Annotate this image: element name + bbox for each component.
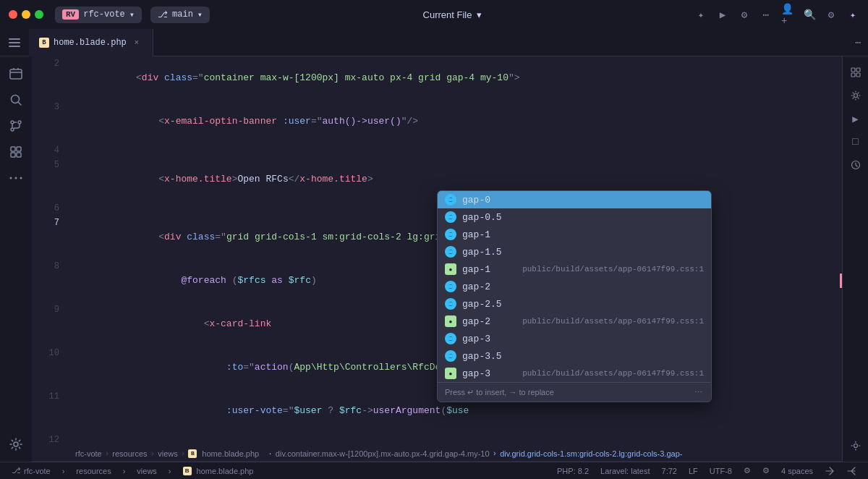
autocomplete-item-label: gap-1: [462, 264, 516, 275]
status-indent[interactable]: 4 spaces: [775, 462, 819, 480]
svg-rect-9: [17, 147, 21, 151]
tab-more-button[interactable]: ⋯: [848, 37, 868, 48]
sidebar-item-explorer[interactable]: [4, 62, 27, 85]
svg-rect-19: [856, 73, 860, 77]
statusbar-right: PHP: 8.2 Laravel: latest 7:72 LF UTF-8 ⚙…: [551, 462, 862, 480]
autocomplete-item-gap-3[interactable]: gap-3: [438, 330, 711, 347]
autocomplete-item-label: gap-3: [462, 334, 704, 344]
settings-icon[interactable]: ⚙: [738, 8, 751, 21]
status-icon-3[interactable]: [819, 462, 841, 480]
run-icon[interactable]: ▶: [716, 8, 729, 21]
right-panel-stop-icon[interactable]: □: [846, 132, 866, 152]
status-views[interactable]: views: [131, 462, 163, 480]
account-icon[interactable]: ✦: [846, 8, 859, 21]
sidebar-toggle-button[interactable]: [0, 29, 29, 56]
autocomplete-item-label: gap-1.5: [462, 247, 704, 258]
sidebar-item-git[interactable]: [4, 114, 27, 137]
autocomplete-item-gap-2-css[interactable]: ● gap-2 public/build/assets/app-06147f99…: [438, 313, 711, 330]
svg-rect-11: [17, 153, 21, 157]
autocomplete-item-label: gap-2.5: [462, 299, 704, 310]
autocomplete-hint: Press ↵ to insert, → to replace: [445, 388, 554, 397]
current-file-button[interactable]: Current File ▾: [423, 9, 482, 20]
status-icon-2[interactable]: ⚙: [757, 462, 775, 480]
status-sep-1: ›: [56, 462, 71, 480]
autocomplete-item-gap-1.5[interactable]: gap-1.5: [438, 243, 711, 260]
autocomplete-item-gap-3-css[interactable]: ● gap-3 public/build/assets/app-06147f99…: [438, 365, 711, 382]
status-filename[interactable]: B home.blade.php: [177, 462, 260, 480]
svg-rect-2: [9, 46, 20, 47]
css-icon: ●: [445, 315, 456, 327]
svg-point-7: [11, 128, 14, 131]
autocomplete-item-gap-2.5[interactable]: gap-2.5: [438, 295, 711, 313]
tailwind-icon: [445, 229, 456, 240]
breadcrumb-filename[interactable]: home.blade.php: [202, 449, 259, 458]
autocomplete-settings-icon[interactable]: ⋯: [692, 386, 704, 398]
project-name: rfc-vote: [83, 9, 125, 20]
autocomplete-item-detail: public/build/assets/app-06147f99.css:1: [522, 317, 704, 326]
sidebar-item-settings[interactable]: [4, 433, 27, 456]
more-icon[interactable]: ⋯: [760, 8, 773, 21]
tailwind-icon: [445, 194, 456, 205]
status-cursor-pos[interactable]: 7:72: [656, 462, 683, 480]
autocomplete-item-gap-1[interactable]: gap-1: [438, 226, 711, 243]
breadcrumb-sep-2: ›: [150, 449, 156, 458]
right-panel-bottom-settings-icon[interactable]: [846, 436, 866, 456]
code-editor[interactable]: 2 <div class="container max-w-[1200px] m…: [32, 56, 842, 446]
branch-chevron-icon: ▾: [197, 9, 203, 20]
tab-home-blade[interactable]: B home.blade.php ×: [29, 29, 153, 56]
breadcrumb-sep-4: ·: [268, 449, 273, 458]
statusbar: ⎇ rfc-vote › resources › views › B home.…: [0, 462, 868, 479]
breadcrumb-file-icon: B: [188, 449, 197, 458]
fullscreen-button[interactable]: [35, 10, 43, 19]
status-icon-4[interactable]: [841, 462, 862, 480]
svg-point-6: [18, 121, 21, 124]
autocomplete-item-label: gap-2: [462, 316, 516, 327]
search-icon[interactable]: 🔍: [803, 8, 816, 21]
theme-icon[interactable]: ✦: [694, 8, 707, 21]
current-file-chevron-icon: ▾: [477, 9, 482, 20]
sidebar-item-search[interactable]: [4, 88, 27, 111]
current-file-label: Current File: [423, 9, 472, 20]
right-panel-history-icon[interactable]: [846, 155, 866, 175]
traffic-lights: [9, 10, 43, 19]
right-panel-grid-icon[interactable]: [846, 62, 866, 82]
branch-selector[interactable]: ⎇ main ▾: [150, 7, 210, 23]
breadcrumb-element-2[interactable]: div.grid.grid-cols-1.sm:grid-cols-2.lg:g…: [500, 449, 682, 458]
autocomplete-item-gap-1-css[interactable]: ● gap-1 public/build/assets/app-06147f99…: [438, 260, 711, 278]
svg-point-5: [11, 121, 14, 124]
autocomplete-item-gap-0.5[interactable]: gap-0.5: [438, 208, 711, 226]
editor-area: Paused... 2 <div class="container max-w-…: [32, 56, 842, 462]
tab-close-button[interactable]: ×: [131, 37, 142, 48]
minimize-button[interactable]: [22, 10, 30, 19]
close-button[interactable]: [9, 10, 17, 19]
svg-rect-16: [851, 68, 855, 72]
status-line-endings[interactable]: LF: [683, 462, 704, 480]
right-panel-settings-icon[interactable]: [846, 85, 866, 106]
status-encoding[interactable]: UTF-8: [704, 462, 738, 480]
scroll-accent: [840, 274, 842, 288]
breadcrumb-project[interactable]: rfc-vote: [75, 449, 102, 458]
status-icon-1[interactable]: ⚙: [738, 462, 757, 480]
sidebar-item-more[interactable]: [4, 166, 27, 190]
breadcrumb-views[interactable]: views: [158, 449, 178, 458]
svg-point-22: [854, 444, 857, 448]
tab-file-icon: B: [39, 38, 49, 48]
breadcrumb-resources[interactable]: resources: [112, 449, 147, 458]
autocomplete-item-gap-2[interactable]: gap-2: [438, 278, 711, 295]
status-sep-2: ›: [117, 462, 132, 480]
project-selector[interactable]: RV rfc-vote ▾: [55, 7, 142, 23]
sidebar-item-extensions[interactable]: [4, 140, 27, 164]
code-line-2: 2 <div class="container max-w-[1200px] m…: [32, 56, 842, 100]
autocomplete-item-gap-0[interactable]: gap-0: [438, 191, 711, 208]
add-collaborator-icon[interactable]: 👤+: [781, 8, 794, 21]
status-php[interactable]: PHP: 8.2: [551, 462, 595, 480]
preferences-icon[interactable]: ⚙: [825, 8, 838, 21]
branch-status-text: rfc-vote: [24, 467, 51, 475]
status-branch[interactable]: ⎇ rfc-vote: [6, 462, 56, 480]
autocomplete-item-gap-3.5[interactable]: gap-3.5: [438, 347, 711, 365]
autocomplete-footer: Press ↵ to insert, → to replace ⋯: [438, 382, 711, 402]
breadcrumb-element-1[interactable]: div.container.max-w-[1200px].mx-auto.px-…: [276, 449, 490, 458]
right-panel-run-icon[interactable]: ▶: [846, 109, 866, 129]
status-laravel[interactable]: Laravel: latest: [595, 462, 655, 480]
status-resources[interactable]: resources: [70, 462, 116, 480]
